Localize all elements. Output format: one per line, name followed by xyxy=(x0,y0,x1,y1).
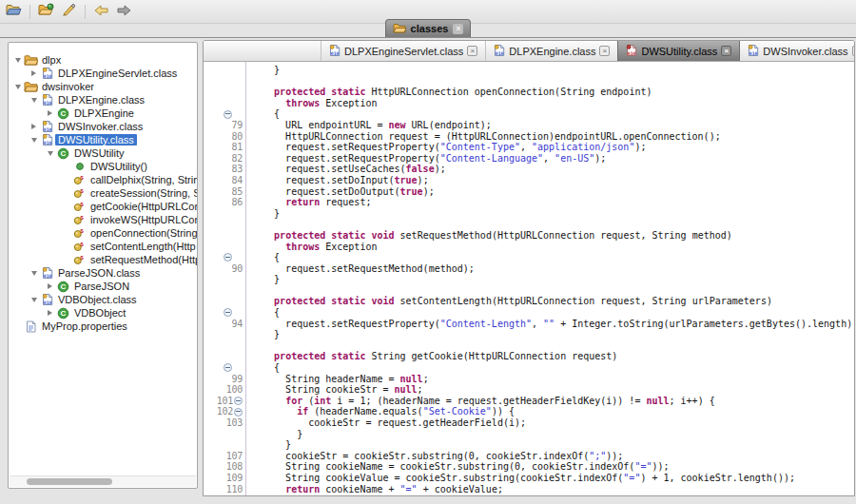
staticmethod-icon: s xyxy=(71,228,88,239)
classfile-icon: 010 xyxy=(39,133,55,146)
tree-item-dwsutility[interactable]: CDWSUtility xyxy=(9,146,197,160)
code-line-103: 103 cookieStr = request.getHeaderField(i… xyxy=(204,417,854,429)
fold-collapse-icon[interactable] xyxy=(234,408,243,417)
editor-tab-dwsutility-class[interactable]: 010DWSUtility.class× xyxy=(617,41,740,61)
code-line-82: 82 request.setRequestProperty("Content-L… xyxy=(204,153,854,165)
code-line-101: 101 for (int i = 1; (headerName = reques… xyxy=(204,396,854,407)
classfile-icon: 010 xyxy=(39,93,55,107)
code-line: } xyxy=(204,429,854,440)
tree-item-createsession-string-st[interactable]: screateSession(String, St xyxy=(9,186,197,200)
code-text xyxy=(243,340,257,352)
tree-item-dlpxengineservlet-class[interactable]: 010DLPXEngineServlet.class xyxy=(9,67,197,80)
code-text: String cookieName = cookieStr.substring(… xyxy=(243,461,670,473)
tree-item-label: ParseJSON.class xyxy=(55,267,143,279)
code-line: { xyxy=(204,362,854,374)
gutter: 102 xyxy=(204,406,243,417)
line-number: 86 xyxy=(232,197,243,208)
editor-tab-dlpxengineservlet-class[interactable]: 010DLPXEngineServlet.class× xyxy=(321,41,486,61)
close-icon[interactable]: × xyxy=(599,46,610,56)
close-icon[interactable]: × xyxy=(453,24,463,34)
chevron-right-icon[interactable] xyxy=(45,110,55,116)
chevron-down-icon[interactable] xyxy=(29,271,39,276)
tree-item-vdbobject-class[interactable]: 010VDBObject.class xyxy=(9,293,197,306)
tree-item-parsejson[interactable]: CParseJSON xyxy=(9,280,197,293)
svg-text:C: C xyxy=(61,309,67,318)
gutter: 108 xyxy=(204,461,243,473)
svg-text:s: s xyxy=(80,188,84,194)
code-text: } xyxy=(243,329,280,340)
tree-item-setrequestmethod-http[interactable]: ssetRequestMethod(Http xyxy=(9,253,197,266)
editor-panel[interactable]: 010DLPXEngineServlet.class×010DLPXEngine… xyxy=(203,40,855,496)
line-number: 84 xyxy=(232,175,243,186)
code-line xyxy=(204,340,854,352)
editor-tab-label: DLPXEngineServlet.class xyxy=(344,46,463,57)
chevron-right-icon[interactable] xyxy=(45,310,55,316)
tree-item-openconnection-string-[interactable]: sopenConnection(String) xyxy=(9,226,197,240)
chevron-down-icon[interactable] xyxy=(29,98,39,103)
tree-item-dwsinvoker[interactable]: dwsinvoker xyxy=(9,80,197,93)
svg-text:010: 010 xyxy=(496,50,504,55)
fold-collapse-icon[interactable] xyxy=(224,253,232,262)
tree-item-dwsinvoker-class[interactable]: 010DWSInvoker.class xyxy=(9,120,197,133)
staticmethod-icon: s xyxy=(71,202,88,212)
code-area[interactable]: } protected static HttpURLConnection ope… xyxy=(204,62,854,495)
tree-item-invokews-httpurlconn[interactable]: sinvokeWS(HttpURLConn xyxy=(9,213,197,226)
tree-item-getcookie-httpurlcon[interactable]: sgetCookie(HttpURLCon xyxy=(9,200,197,213)
gutter: 80 xyxy=(204,131,243,143)
fold-collapse-icon[interactable] xyxy=(234,397,243,405)
code-line-80: 80 HttpURLConnection request = (HttpURLC… xyxy=(204,131,854,143)
code-text: cookieStr = cookieStr.substring(0, cooki… xyxy=(243,451,623,462)
svg-text:s: s xyxy=(80,255,84,261)
code-line xyxy=(204,76,854,87)
package-tree-panel[interactable]: dlpx010DLPXEngineServlet.classdwsinvoker… xyxy=(8,42,198,489)
tree-item-myprop-properties[interactable]: MyProp.properties xyxy=(9,320,197,333)
classfile-icon: 010 xyxy=(39,67,55,80)
editor-tab-dwsinvoker-class[interactable]: 010DWSInvoker.class× xyxy=(740,41,855,61)
tree-item-label: DWSUtility() xyxy=(88,161,150,172)
tree-item-label: invokeWS(HttpURLConn xyxy=(88,214,197,225)
code-line-102: 102 if (headerName.equals("Set-Cookie"))… xyxy=(204,406,854,417)
main-tab-classes[interactable]: classes × xyxy=(385,19,472,37)
chevron-down-icon[interactable] xyxy=(29,298,39,302)
folder-icon xyxy=(23,54,39,66)
tree-item-dlpx[interactable]: dlpx xyxy=(9,53,197,67)
tree-item-label: DLPXEngine xyxy=(71,107,137,119)
tree-item-dwsutility-class[interactable]: 010DWSUtility.class xyxy=(9,133,197,146)
tree-item-vdbobject[interactable]: CVDBObject xyxy=(9,306,197,320)
editor-tab-dlpxengine-class[interactable]: 010DLPXEngine.class× xyxy=(486,41,618,61)
code-line-83: 83 request.setUseCaches(false); xyxy=(204,164,854,175)
code-text: request.setRequestMethod(method); xyxy=(243,263,475,275)
chevron-down-icon[interactable] xyxy=(12,58,23,63)
tree-item-setcontentlength-http[interactable]: ssetContentLength(Http xyxy=(9,240,197,253)
chevron-right-icon[interactable] xyxy=(45,283,55,289)
chevron-down-icon[interactable] xyxy=(29,138,39,143)
fold-collapse-icon[interactable] xyxy=(224,110,232,119)
line-number: 110 xyxy=(226,484,243,495)
scrollbar-thumb[interactable] xyxy=(27,478,112,485)
svg-text:s: s xyxy=(80,242,84,247)
tree-horizontal-scrollbar[interactable] xyxy=(10,475,196,487)
properties-icon xyxy=(23,320,39,333)
gutter xyxy=(204,274,243,285)
fold-collapse-icon[interactable] xyxy=(224,363,232,372)
line-number: 107 xyxy=(226,451,243,462)
tree-item-dlpxengine-class[interactable]: 010DLPXEngine.class xyxy=(9,93,197,107)
close-icon[interactable]: × xyxy=(467,46,477,56)
tree-item-label: openConnection(String) xyxy=(88,227,197,239)
fold-collapse-icon[interactable] xyxy=(224,308,232,317)
close-icon[interactable]: × xyxy=(721,46,731,56)
code-line: } xyxy=(204,208,854,220)
tree-item-calldelphix-string-strin[interactable]: scallDelphix(String, Strin xyxy=(9,173,197,186)
chevron-down-icon[interactable] xyxy=(12,85,23,89)
tree-item-dwsutility-[interactable]: DWSUtility() xyxy=(9,160,197,173)
chevron-down-icon[interactable] xyxy=(45,151,55,156)
chevron-right-icon[interactable] xyxy=(29,124,39,129)
close-icon[interactable]: × xyxy=(852,46,855,56)
tree-item-parsejson-class[interactable]: 010ParseJSON.class xyxy=(9,266,197,280)
tree-item-dlpxengine[interactable]: CDLPXEngine xyxy=(9,107,197,120)
svg-text:010: 010 xyxy=(43,141,51,145)
line-number: 94 xyxy=(232,319,243,330)
code-text: request.setUseCaches(false); xyxy=(243,164,446,175)
gutter: 109 xyxy=(204,473,243,484)
chevron-right-icon[interactable] xyxy=(29,70,39,76)
